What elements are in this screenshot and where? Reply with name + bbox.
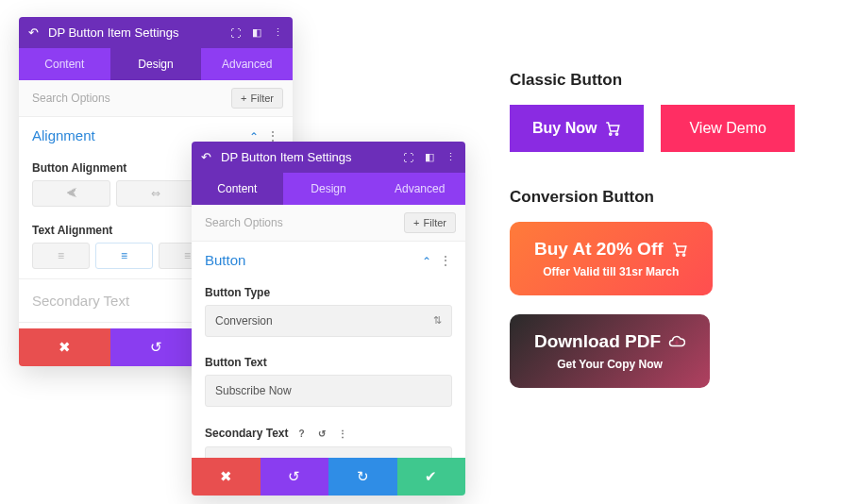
text-center[interactable]: ≡: [95, 243, 153, 269]
close-button[interactable]: ✖: [192, 458, 261, 496]
classic-row: Buy Now View Demo: [510, 105, 831, 152]
cloud-download-icon: [668, 333, 685, 350]
buy-discount-button[interactable]: Buy At 20% Off Offer Valid till 31sr Mar…: [510, 222, 713, 295]
tabs: Content Design Advanced: [19, 48, 293, 80]
button-type-select[interactable]: Conversion: [205, 305, 452, 337]
align-left[interactable]: ⮜: [32, 180, 110, 207]
tab-design[interactable]: Design: [110, 48, 202, 80]
settings-panel-content: ↶ DP Button Item Settings ⛶ ◧ ⋮ Content …: [192, 142, 465, 496]
reset-icon[interactable]: ↺: [314, 426, 329, 441]
classic-heading: Classic Button: [510, 71, 831, 90]
chevron-up-icon: ⌃: [422, 255, 431, 268]
undo-button[interactable]: ↺: [261, 458, 329, 496]
expand-icon[interactable]: ⛶: [403, 152, 413, 163]
tab-advanced[interactable]: Advanced: [374, 173, 465, 205]
svg-point-3: [682, 254, 684, 256]
dots-icon[interactable]: ⋮: [439, 253, 452, 268]
more-icon[interactable]: ⋮: [335, 426, 350, 441]
plus-icon: +: [413, 217, 419, 228]
tab-advanced[interactable]: Advanced: [201, 48, 293, 80]
panel-title: DP Button Item Settings: [48, 25, 179, 40]
button-showcase: Classic Button Buy Now View Demo Convers…: [510, 71, 831, 407]
redo-button[interactable]: ↻: [328, 458, 397, 496]
tab-content[interactable]: Content: [19, 48, 110, 80]
help-icon[interactable]: ?: [294, 426, 309, 441]
search-row: Search Options +Filter: [192, 205, 465, 242]
tab-design[interactable]: Design: [283, 173, 375, 205]
back-icon[interactable]: ↶: [28, 25, 39, 40]
more-icon[interactable]: ⋮: [273, 26, 283, 39]
expand-icon[interactable]: ⛶: [230, 27, 241, 39]
columns-icon[interactable]: ◧: [252, 26, 261, 39]
button-text-label: Button Text: [192, 348, 465, 375]
panel-title: DP Button Item Settings: [221, 150, 352, 164]
cart-icon: [604, 120, 621, 137]
button-text-input[interactable]: Subscribe Now: [205, 375, 452, 407]
cart-icon: [671, 241, 688, 258]
filter-button[interactable]: +Filter: [404, 212, 456, 233]
svg-point-1: [616, 133, 618, 135]
columns-icon[interactable]: ◧: [425, 151, 434, 163]
plus-icon: +: [241, 92, 246, 104]
panel-titlebar: ↶ DP Button Item Settings ⛶ ◧ ⋮: [19, 17, 293, 48]
tab-content[interactable]: Content: [192, 173, 283, 205]
download-pdf-button[interactable]: Download PDF Get Your Copy Now: [510, 314, 710, 388]
svg-point-0: [610, 133, 612, 135]
search-input[interactable]: Search Options: [205, 216, 404, 229]
tabs: Content Design Advanced: [192, 173, 465, 205]
buy-now-button[interactable]: Buy Now: [510, 105, 644, 152]
close-button[interactable]: ✖: [19, 328, 110, 366]
view-demo-button[interactable]: View Demo: [661, 105, 795, 152]
svg-point-2: [676, 254, 678, 256]
align-center[interactable]: ⇔: [116, 180, 194, 207]
panel-titlebar: ↶ DP Button Item Settings ⛶ ◧ ⋮: [192, 142, 465, 173]
back-icon[interactable]: ↶: [201, 150, 211, 164]
conversion-heading: Conversion Button: [510, 188, 831, 207]
text-left[interactable]: ≡: [32, 243, 90, 269]
search-row: Search Options +Filter: [19, 80, 293, 117]
save-button[interactable]: ✔: [397, 458, 466, 496]
more-icon[interactable]: ⋮: [446, 151, 456, 163]
panel-footer: ✖ ↺ ↻ ✔: [192, 458, 465, 496]
filter-button[interactable]: +Filter: [231, 88, 283, 109]
search-input[interactable]: Search Options: [32, 92, 231, 105]
secondary-text-label: Secondary Text ? ↺ ⋮: [192, 418, 465, 446]
section-button[interactable]: Button ⌃⋮: [192, 242, 465, 278]
undo-button[interactable]: ↺: [110, 328, 202, 366]
button-type-label: Button Type: [192, 278, 465, 305]
